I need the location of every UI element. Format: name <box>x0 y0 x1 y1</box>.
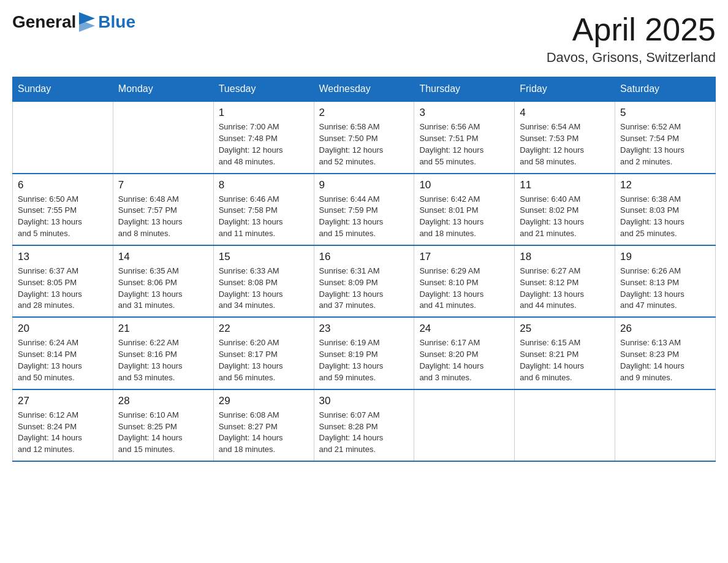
calendar-cell: 9Sunrise: 6:44 AMSunset: 7:59 PMDaylight… <box>314 174 414 245</box>
calendar-cell: 7Sunrise: 6:48 AMSunset: 7:57 PMDaylight… <box>113 174 213 245</box>
day-number: 2 <box>319 107 409 119</box>
calendar-cell: 4Sunrise: 6:54 AMSunset: 7:53 PMDaylight… <box>515 101 615 173</box>
calendar-cell: 19Sunrise: 6:26 AMSunset: 8:13 PMDayligh… <box>615 245 716 317</box>
day-number: 15 <box>219 251 309 263</box>
day-info: Sunrise: 6:50 AMSunset: 7:55 PMDaylight:… <box>18 194 108 240</box>
day-header-tuesday: Tuesday <box>213 77 314 102</box>
day-number: 19 <box>620 251 710 263</box>
day-number: 26 <box>620 323 710 335</box>
title-block: April 2025 Davos, Grisons, Switzerland <box>547 12 716 66</box>
day-number: 5 <box>620 107 710 119</box>
calendar-cell: 27Sunrise: 6:12 AMSunset: 8:24 PMDayligh… <box>13 389 113 461</box>
day-info: Sunrise: 6:22 AMSunset: 8:16 PMDaylight:… <box>118 337 208 383</box>
day-info: Sunrise: 6:24 AMSunset: 8:14 PMDaylight:… <box>18 337 108 383</box>
calendar-cell: 26Sunrise: 6:13 AMSunset: 8:23 PMDayligh… <box>615 317 716 389</box>
calendar-cell: 12Sunrise: 6:38 AMSunset: 8:03 PMDayligh… <box>615 174 716 245</box>
day-header-wednesday: Wednesday <box>314 77 414 102</box>
calendar-cell <box>113 101 213 173</box>
logo-general-text: General <box>12 12 76 32</box>
day-header-saturday: Saturday <box>615 77 716 102</box>
day-info: Sunrise: 6:31 AMSunset: 8:09 PMDaylight:… <box>319 266 409 312</box>
day-info: Sunrise: 6:10 AMSunset: 8:25 PMDaylight:… <box>118 410 208 456</box>
day-info: Sunrise: 6:42 AMSunset: 8:01 PMDaylight:… <box>419 194 509 240</box>
day-number: 30 <box>319 395 409 407</box>
day-number: 25 <box>520 323 610 335</box>
calendar-cell: 29Sunrise: 6:08 AMSunset: 8:27 PMDayligh… <box>213 389 314 461</box>
calendar-cell: 18Sunrise: 6:27 AMSunset: 8:12 PMDayligh… <box>515 245 615 317</box>
day-number: 3 <box>419 107 509 119</box>
day-header-friday: Friday <box>515 77 615 102</box>
day-number: 29 <box>219 395 309 407</box>
day-info: Sunrise: 6:48 AMSunset: 7:57 PMDaylight:… <box>118 194 208 240</box>
day-header-thursday: Thursday <box>414 77 515 102</box>
calendar-week-row: 20Sunrise: 6:24 AMSunset: 8:14 PMDayligh… <box>13 317 716 389</box>
calendar-cell: 10Sunrise: 6:42 AMSunset: 8:01 PMDayligh… <box>414 174 515 245</box>
day-info: Sunrise: 6:29 AMSunset: 8:10 PMDaylight:… <box>419 266 509 312</box>
calendar-week-row: 6Sunrise: 6:50 AMSunset: 7:55 PMDaylight… <box>13 174 716 245</box>
day-info: Sunrise: 7:00 AMSunset: 7:48 PMDaylight:… <box>219 121 309 167</box>
calendar-cell: 20Sunrise: 6:24 AMSunset: 8:14 PMDayligh… <box>13 317 113 389</box>
day-info: Sunrise: 6:40 AMSunset: 8:02 PMDaylight:… <box>520 194 610 240</box>
calendar-cell: 16Sunrise: 6:31 AMSunset: 8:09 PMDayligh… <box>314 245 414 317</box>
day-number: 17 <box>419 251 509 263</box>
calendar-cell: 13Sunrise: 6:37 AMSunset: 8:05 PMDayligh… <box>13 245 113 317</box>
calendar-table: SundayMondayTuesdayWednesdayThursdayFrid… <box>12 77 716 462</box>
day-number: 22 <box>219 323 309 335</box>
day-number: 12 <box>620 179 710 191</box>
calendar-week-row: 13Sunrise: 6:37 AMSunset: 8:05 PMDayligh… <box>13 245 716 317</box>
day-info: Sunrise: 6:54 AMSunset: 7:53 PMDaylight:… <box>520 121 610 167</box>
day-info: Sunrise: 6:12 AMSunset: 8:24 PMDaylight:… <box>18 410 108 456</box>
day-number: 1 <box>219 107 309 119</box>
day-number: 16 <box>319 251 409 263</box>
day-number: 24 <box>419 323 509 335</box>
calendar-cell: 3Sunrise: 6:56 AMSunset: 7:51 PMDaylight… <box>414 101 515 173</box>
day-number: 8 <box>219 179 309 191</box>
calendar-week-row: 1Sunrise: 7:00 AMSunset: 7:48 PMDaylight… <box>13 101 716 173</box>
calendar-header-row: SundayMondayTuesdayWednesdayThursdayFrid… <box>13 77 716 102</box>
day-info: Sunrise: 6:46 AMSunset: 7:58 PMDaylight:… <box>219 194 309 240</box>
calendar-cell <box>615 389 716 461</box>
day-number: 11 <box>520 179 610 191</box>
day-number: 7 <box>118 179 208 191</box>
month-title: April 2025 <box>547 12 716 47</box>
calendar-cell: 8Sunrise: 6:46 AMSunset: 7:58 PMDaylight… <box>213 174 314 245</box>
day-info: Sunrise: 6:52 AMSunset: 7:54 PMDaylight:… <box>620 121 710 167</box>
day-info: Sunrise: 6:33 AMSunset: 8:08 PMDaylight:… <box>219 266 309 312</box>
calendar-cell: 23Sunrise: 6:19 AMSunset: 8:19 PMDayligh… <box>314 317 414 389</box>
calendar-cell <box>515 389 615 461</box>
day-info: Sunrise: 6:20 AMSunset: 8:17 PMDaylight:… <box>219 337 309 383</box>
day-info: Sunrise: 6:26 AMSunset: 8:13 PMDaylight:… <box>620 266 710 312</box>
day-number: 4 <box>520 107 610 119</box>
day-info: Sunrise: 6:37 AMSunset: 8:05 PMDaylight:… <box>18 266 108 312</box>
day-header-monday: Monday <box>113 77 213 102</box>
day-number: 14 <box>118 251 208 263</box>
day-number: 21 <box>118 323 208 335</box>
day-info: Sunrise: 6:27 AMSunset: 8:12 PMDaylight:… <box>520 266 610 312</box>
day-number: 18 <box>520 251 610 263</box>
calendar-week-row: 27Sunrise: 6:12 AMSunset: 8:24 PMDayligh… <box>13 389 716 461</box>
day-number: 13 <box>18 251 108 263</box>
calendar-cell: 6Sunrise: 6:50 AMSunset: 7:55 PMDaylight… <box>13 174 113 245</box>
location-title: Davos, Grisons, Switzerland <box>547 50 716 66</box>
day-info: Sunrise: 6:58 AMSunset: 7:50 PMDaylight:… <box>319 121 409 167</box>
calendar-cell: 11Sunrise: 6:40 AMSunset: 8:02 PMDayligh… <box>515 174 615 245</box>
day-number: 20 <box>18 323 108 335</box>
day-number: 9 <box>319 179 409 191</box>
day-info: Sunrise: 6:44 AMSunset: 7:59 PMDaylight:… <box>319 194 409 240</box>
day-info: Sunrise: 6:13 AMSunset: 8:23 PMDaylight:… <box>620 337 710 383</box>
calendar-cell: 5Sunrise: 6:52 AMSunset: 7:54 PMDaylight… <box>615 101 716 173</box>
calendar-cell: 22Sunrise: 6:20 AMSunset: 8:17 PMDayligh… <box>213 317 314 389</box>
calendar-cell: 21Sunrise: 6:22 AMSunset: 8:16 PMDayligh… <box>113 317 213 389</box>
calendar-cell <box>13 101 113 173</box>
day-info: Sunrise: 6:08 AMSunset: 8:27 PMDaylight:… <box>219 410 309 456</box>
page-header: General Blue April 2025 Davos, Grisons, … <box>12 12 716 66</box>
logo-flag-icon <box>79 12 95 32</box>
calendar-cell: 15Sunrise: 6:33 AMSunset: 8:08 PMDayligh… <box>213 245 314 317</box>
day-number: 10 <box>419 179 509 191</box>
calendar-cell: 25Sunrise: 6:15 AMSunset: 8:21 PMDayligh… <box>515 317 615 389</box>
day-number: 23 <box>319 323 409 335</box>
day-info: Sunrise: 6:38 AMSunset: 8:03 PMDaylight:… <box>620 194 710 240</box>
calendar-cell: 2Sunrise: 6:58 AMSunset: 7:50 PMDaylight… <box>314 101 414 173</box>
logo: General Blue <box>12 12 135 32</box>
calendar-cell: 17Sunrise: 6:29 AMSunset: 8:10 PMDayligh… <box>414 245 515 317</box>
